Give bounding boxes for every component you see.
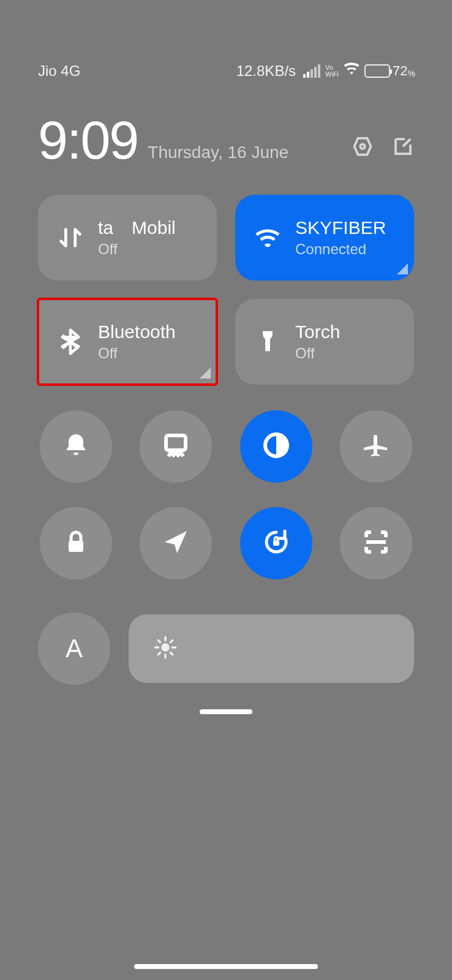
bluetooth-tile[interactable]: Bluetooth Off [38,299,217,385]
svg-line-15 [158,652,160,655]
clock-date: Thursday, 16 June [148,143,288,162]
vowifi-icon: Vo WiFi [325,64,339,78]
airplane-toggle[interactable] [340,410,412,483]
wifi-icon [251,224,284,252]
svg-line-16 [170,640,173,643]
quick-toggles [38,410,414,579]
expand-icon [397,263,408,274]
svg-rect-3 [166,435,186,450]
gesture-nav-bar[interactable] [134,964,318,969]
screenshot-toggle[interactable] [140,410,212,483]
status-icons: 12.8KB/s Vo WiFi 72% [236,61,415,81]
scan-icon [361,527,391,559]
mobile-data-status: Off [98,241,176,258]
torch-icon [251,328,284,356]
lock-icon [61,527,91,559]
mobile-data-label: ta Mobil [98,217,176,238]
signal-icon [303,64,320,78]
wifi-status-icon [344,61,360,81]
edit-icon[interactable] [392,135,414,160]
bell-icon [61,431,91,462]
contrast-icon [262,431,291,462]
wifi-status: Connected [295,241,386,258]
airplane-icon [361,431,391,462]
torch-tile[interactable]: Torch Off [235,299,414,385]
quick-tiles: ta Mobil Off SKYFIBER Connected Bluetoot… [38,195,414,385]
bluetooth-label: Bluetooth [98,322,176,342]
svg-line-13 [158,640,160,643]
torch-status: Off [295,345,340,362]
bluetooth-icon [54,328,87,356]
status-bar: Jio 4G 12.8KB/s Vo WiFi 72% [0,61,452,81]
svg-point-8 [161,643,169,651]
svg-line-14 [170,652,173,655]
scanner-toggle[interactable] [340,507,412,579]
svg-rect-5 [69,541,83,552]
network-speed: 12.8KB/s [236,62,296,80]
panel-drag-handle[interactable] [200,709,252,714]
clock-time: 9:09 [38,113,138,167]
wifi-tile[interactable]: SKYFIBER Connected [235,195,414,281]
panel-header: 9:09 Thursday, 16 June [38,113,414,167]
svg-rect-6 [273,540,279,546]
svg-rect-2 [263,331,272,334]
svg-point-1 [360,144,365,149]
carrier-label: Jio 4G [38,62,80,80]
rotation-lock-icon [262,527,291,559]
torch-label: Torch [295,322,340,342]
settings-icon[interactable] [352,135,374,160]
navigation-icon [161,527,190,559]
auto-brightness-label: A [66,634,83,663]
battery-percent: 72 [393,63,407,78]
battery-indicator: 72% [364,63,415,79]
lock-toggle[interactable] [40,507,112,579]
dark-mode-toggle[interactable] [240,410,312,483]
mobile-data-icon [54,224,87,252]
sound-toggle[interactable] [40,410,112,483]
auto-brightness-button[interactable]: A [38,612,110,685]
bluetooth-status: Off [98,345,176,362]
brightness-slider[interactable] [129,614,414,683]
location-toggle[interactable] [140,507,212,579]
brightness-icon [153,635,178,662]
brightness-row: A [38,612,414,685]
rotation-lock-toggle[interactable] [240,507,312,579]
svg-marker-0 [355,138,371,155]
mobile-data-tile[interactable]: ta Mobil Off [38,195,217,281]
wifi-ssid: SKYFIBER [295,217,386,238]
expand-icon [200,368,211,379]
scissors-icon [161,431,190,462]
